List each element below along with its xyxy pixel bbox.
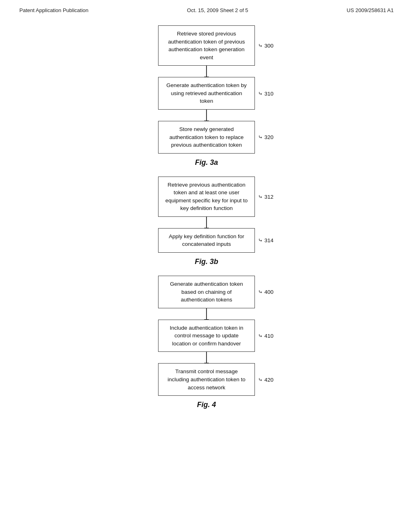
fig3b-section: Retrieve previous authentication token a… [158,177,255,273]
fig4-label: Fig. 4 [197,401,216,409]
label-312: ⤷ 312 [258,193,273,200]
arrow-310-320 [206,110,207,121]
box-320: Store newly generated authentication tok… [158,121,255,154]
label-314: ⤷ 314 [258,237,273,243]
box-300: Retrieve stored previous authentication … [158,25,255,66]
box-410-wrapper: Include authentication token in control … [158,320,255,352]
arrow-410-420 [206,352,207,363]
box-410: Include authentication token in control … [158,320,255,352]
fig3b-label: Fig. 3b [195,258,218,266]
box-400-wrapper: Generate authentication token based on c… [158,276,255,308]
box-400: Generate authentication token based on c… [158,276,255,308]
arrow-312-314 [206,217,207,228]
label-410: ⤷ 410 [258,332,273,339]
box-310: Generate authentication token by using r… [158,77,255,110]
fig3a-label: Fig. 3a [195,158,218,167]
box-420-wrapper: Transmit control message including authe… [158,363,255,396]
label-310: ⤷ 310 [258,90,273,97]
header-right: US 2009/258631 A1 [347,7,394,13]
fig3a-section: Retrieve stored previous authentication … [158,25,255,174]
box-314: Apply key definition function for concat… [158,228,255,253]
box-320-wrapper: Store newly generated authentication tok… [158,121,255,154]
arrow-300-310 [206,66,207,77]
label-300: ⤷ 300 [258,42,273,49]
box-420: Transmit control message including authe… [158,363,255,396]
box-312: Retrieve previous authentication token a… [158,177,255,217]
arrow-400-410 [206,308,207,320]
label-320: ⤷ 320 [258,134,273,140]
header-middle: Oct. 15, 2009 Sheet 2 of 5 [187,7,248,13]
header-left: Patent Application Publication [19,7,88,13]
label-400: ⤷ 400 [258,289,273,295]
page-header: Patent Application Publication Oct. 15, … [0,0,413,17]
content-area: Retrieve stored previous authentication … [0,17,413,432]
box-314-wrapper: Apply key definition function for concat… [158,228,255,253]
label-420: ⤷ 420 [258,376,273,383]
box-300-wrapper: Retrieve stored previous authentication … [158,25,255,66]
box-310-wrapper: Generate authentication token by using r… [158,77,255,110]
box-312-wrapper: Retrieve previous authentication token a… [158,177,255,217]
fig4-section: Generate authentication token based on c… [158,276,255,416]
